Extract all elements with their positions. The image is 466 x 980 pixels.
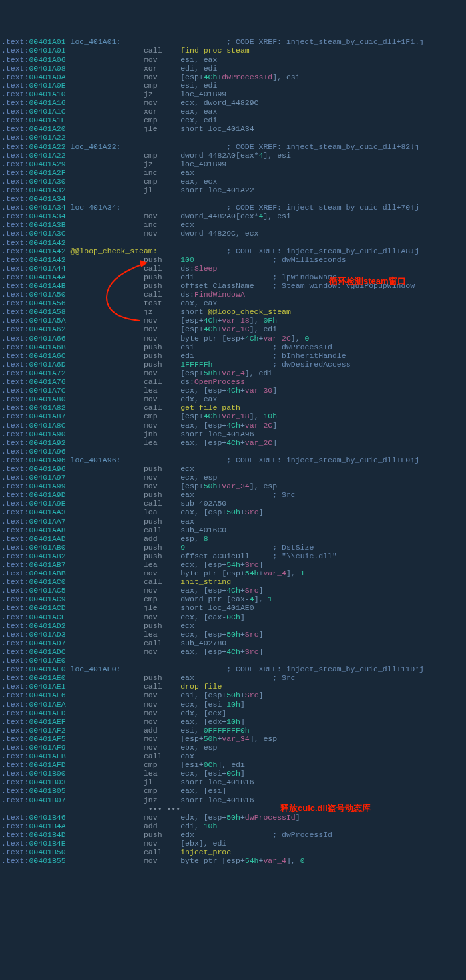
asm-line: .text:00401A32 jl short loc_401A22 [0,186,466,194]
asm-line: .text:00401A66 mov byte ptr [esp+4Ch+var… [0,334,466,343]
asm-line: .text:00401A01 loc_401A01: ; CODE XREF: … [0,37,466,46]
asm-line: .text:00401A2F inc eax [0,168,466,177]
asm-line: .text:00401A0E cmp esi, edi [0,81,466,90]
annotation-label: 循环检测steam窗口 [329,277,406,285]
asm-line: .text:00401ABB mov byte ptr [esp+54h+var… [0,569,466,577]
asm-line: .text:00401A96 push ecx [0,464,466,473]
asm-line: .text:00401A50 call ds:FindWindowA [0,290,466,299]
asm-line: .text:00401A1C xor eax, eax [0,107,466,116]
asm-line: .text:00401B03 jl short loc_401B16 [0,778,466,786]
asm-line: .text:00401A96 [0,447,466,456]
asm-line: .text:00401A6C push edi ; bInheritHandle [0,351,466,360]
asm-line: .text:00401A82 call get_file_path [0,403,466,412]
asm-line: .text:00401A34 mov dword_4482A0[ecx*4], … [0,212,466,220]
asm-line: .text:00401AA3 lea eax, [esp+50h+Src] [0,508,466,516]
asm-line: .text:00401ADC mov eax, [esp+4Ch+Src] [0,647,466,656]
asm-line: .text:00401ACD jle short loc_401AE0 [0,603,466,612]
asm-line: .text:00401A42 [0,238,466,247]
asm-line: .text:00401A87 cmp [esp+4Ch+var_18], 10h [0,412,466,420]
asm-line: .text:00401AF5 mov [esp+50h+var_34], esp [0,735,466,743]
asm-line: .text:00401A80 mov edx, eax [0,395,466,403]
asm-line: .text:00401A72 mov [esp+58h+var_4], edi [0,369,466,377]
asm-line: .text:00401A34 [0,194,466,203]
asm-line: .text:00401A3C mov dword_44829C, ecx [0,229,466,238]
asm-line: .text:00401A01 call find_proc_steam [0,46,466,55]
asm-line: .text:00401AF2 add esi, 0FFFFFFF0h [0,726,466,735]
annotation-label: 释放cuic.dll盗号动态库 [280,804,371,812]
asm-line: .text:00401A62 mov [esp+4Ch+var_1C], edi [0,325,466,333]
asm-line: .text:00401A22 cmp dword_4482A0[eax*4], … [0,151,466,160]
asm-line: .text:00401A44 call ds:Sleep [0,264,466,273]
asm-line: .text:00401A9E call sub_402A50 [0,499,466,508]
asm-line: .text:00401AE0 push eax ; Src [0,673,466,682]
asm-line: .text:00401AE1 call drop_file [0,682,466,691]
asm-line: .text:00401A22 loc_401A22: ; CODE XREF: … [0,142,466,151]
asm-line: .text:00401B55 mov byte ptr [esp+54h+var… [0,856,466,865]
asm-line: .text:00401A5A mov [esp+4Ch+var_18], 0Fh [0,316,466,325]
asm-line: .text:00401AFB call eax [0,752,466,760]
asm-line: .text:00401A29 jz loc_401B99 [0,160,466,168]
asm-line: .text:00401A30 cmp eax, ecx [0,177,466,186]
asm-line: .text:00401A20 jle short loc_401A34 [0,124,466,133]
asm-line: .text:00401B4A add edi, 10h [0,822,466,830]
asm-line: .text:00401A76 call ds:OpenProcess [0,377,466,386]
asm-line: .text:00401ACF mov ecx, [eax-0Ch] [0,613,466,621]
asm-line: .text:00401A56 test eax, eax [0,299,466,307]
asm-line: .text:00401A16 mov ecx, dword_44829C [0,98,466,107]
asm-line: .text:00401A97 mov ecx, esp [0,473,466,482]
asm-line: .text:00401AC5 mov eax, [esp+4Ch+Src] [0,586,466,595]
asm-line: .text:00401AAD add esp, 8 [0,534,466,543]
asm-line: .text:00401A10 jz loc_401B99 [0,90,466,98]
asm-line: .text:00401A6D push 1FFFFFh ; dwDesiredA… [0,360,466,369]
asm-line: .text:00401AB2 push offset aCuicDll ; "\… [0,552,466,560]
asm-line: .text:00401AEA mov ecx, [esi-10h] [0,700,466,709]
asm-line: .text:00401B4E mov [ebx], edi [0,839,466,848]
asm-line: .text:00401AD2 push ecx [0,621,466,630]
asm-line: .text:00401A1E cmp ecx, edi [0,116,466,124]
asm-line: .text:00401A9D push eax ; Src [0,490,466,499]
asm-line: .text:00401A08 xor edi, edi [0,64,466,73]
asm-line: .text:00401B50 call inject_proc [0,848,466,856]
asm-line: .text:00401B05 cmp eax, [esi] [0,786,466,795]
asm-line: .text:00401AE0 loc_401AE0: ; CODE XREF: … [0,665,466,673]
asm-line: .text:00401A06 mov esi, eax [0,55,466,64]
asm-line: .text:00401AB0 push 9 ; DstSize [0,543,466,552]
asm-line: .text:00401A42 push 100 ; dwMilliseconds [0,255,466,264]
asm-line: .text:00401B07 jnz short loc_401B16 [0,796,466,804]
asm-line: .text:00401A8C mov eax, [esp+4Ch+var_2C] [0,421,466,430]
asm-line: .text:00401A96 loc_401A96: ; CODE XREF: … [0,456,466,464]
asm-line: .text:00401AFD cmp [esi+0Ch], edi [0,760,466,769]
asm-line: .text:00401AB7 lea ecx, [esp+54h+Src] [0,560,466,569]
asm-line: .text:00401A42 @@loop_check_steam: ; COD… [0,247,466,255]
asm-line: .text:00401A99 mov [esp+50h+var_34], esp [0,482,466,490]
asm-line: .text:00401A6B push esi ; dwProcessId [0,343,466,351]
asm-line: .text:00401AD7 call sub_402780 [0,639,466,647]
asm-line: .text:00401AC9 cmp dword ptr [eax-4], 1 [0,595,466,603]
asm-line: .text:00401B4D push edx ; dwProcessId [0,830,466,839]
asm-line: .text:00401AED mov edx, [ecx] [0,709,466,717]
asm-line: .text:00401A34 loc_401A34: ; CODE XREF: … [0,203,466,212]
asm-line: .text:00401AA7 push eax [0,517,466,526]
asm-line: .text:00401AE6 mov esi, [esp+50h+Src] [0,691,466,699]
disassembly-listing: .text:00401A01 loc_401A01: ; CODE XREF: … [0,37,466,865]
asm-line: .text:00401AEF mov eax, [edx+10h] [0,717,466,726]
asm-line: .text:00401A0A mov [esp+4Ch+dwProcessId]… [0,73,466,81]
asm-line: .text:00401A92 lea eax, [esp+4Ch+var_2C] [0,438,466,447]
asm-line: .text:00401B00 lea ecx, [esi+0Ch] [0,769,466,778]
asm-line: .text:00401AF9 mov ebx, esp [0,743,466,752]
asm-line: .text:00401A22 [0,133,466,142]
asm-line: .text:00401A3B inc ecx [0,220,466,229]
asm-line: .text:00401AA8 call sub_4016C0 [0,526,466,534]
asm-line: .text:00401AE0 [0,656,466,665]
asm-line: .text:00401A90 jnb short loc_401A96 [0,430,466,438]
asm-line: .text:00401A7C lea ecx, [esp+4Ch+var_30] [0,386,466,395]
asm-line: .text:00401AC0 call init_string [0,577,466,586]
asm-line: .text:00401AD3 lea ecx, [esp+50h+Src] [0,630,466,639]
asm-line: .text:00401A58 jz short @@loop_check_ste… [0,307,466,316]
asm-line: .text:00401B46 mov edx, [esp+50h+dwProce… [0,813,466,822]
